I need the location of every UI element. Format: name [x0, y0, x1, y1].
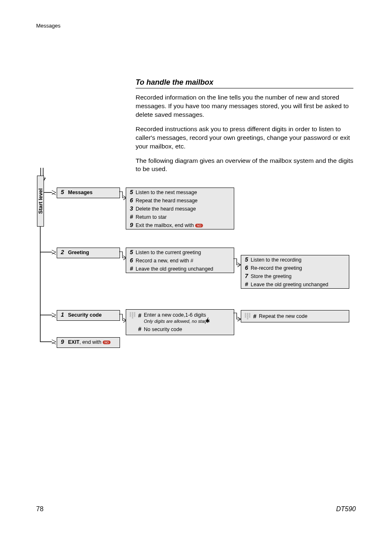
no-pill-icon: NO: [195, 224, 203, 227]
greetsub-opt2-key: 6: [244, 264, 249, 271]
sec-opt2-text: No security code: [143, 327, 182, 332]
security-sub-options: ○○○○○○○○○○ # Repeat the new code: [241, 310, 349, 322]
greetsub-opt4-key: #: [244, 281, 249, 287]
menu-security: 1 Security code: [57, 310, 120, 321]
keypad-icon: ○○○○○○○○○○: [244, 313, 252, 320]
greetsub-opt4-text: Leave the old greeting unchanged: [249, 282, 328, 287]
page-number: 78: [36, 505, 44, 513]
greet-opt1-key: 5: [129, 249, 134, 255]
msg-opt3-key: 3: [129, 205, 134, 212]
secsub-opt1-key: #: [252, 313, 258, 320]
start-level-label: Start level: [37, 176, 44, 227]
menu-greeting: 2 Greeting: [57, 248, 120, 258]
greet-opt3-text: Leave the old greeting unchanged: [134, 266, 213, 272]
msg-opt5-key: 9: [129, 222, 134, 228]
sec-opt1-key: #: [137, 312, 143, 319]
no-pill-icon: NO: [103, 341, 111, 344]
msg-opt2-text: Repeat the heard message: [134, 198, 198, 204]
menu-exit-label: EXIT: [67, 339, 79, 345]
greet-opt3-key: #: [129, 265, 134, 272]
greeting-options: 5Listen to the current greeting 6Record …: [126, 248, 234, 273]
secsub-opt1-text: Repeat the new code: [258, 313, 307, 319]
menu-greeting-key: 2: [60, 249, 65, 255]
greetsub-opt1-text: Listen to the recording: [249, 257, 302, 263]
greetsub-opt3-text: Store the greeting: [249, 273, 291, 279]
menu-exit-key: 9: [60, 338, 65, 345]
menu-security-label: Security code: [67, 312, 101, 318]
greetsub-opt3-key: 7: [244, 273, 249, 279]
sec-opt2-key: #: [137, 326, 143, 332]
greetsub-opt1-key: 5: [244, 256, 249, 263]
greet-opt2-key: 6: [129, 257, 134, 264]
menu-exit-suffix: , end with: [79, 339, 101, 345]
subtitle: To handle the mailbox: [136, 78, 353, 88]
msg-opt4-text: Return to star: [134, 214, 167, 220]
msg-opt4-key: #: [129, 213, 134, 220]
greeting-sub-options: 5Listen to the recording 6Re-record the …: [241, 255, 349, 289]
messages-options: 5Listen to the next message 6Repeat the …: [126, 188, 234, 229]
security-options: ○○○○○○○○○○ # Enter a new code,1-6 digits…: [126, 309, 234, 335]
msg-opt1-text: Listen to the next message: [134, 190, 197, 195]
arrow-greeting-sub: [233, 257, 242, 269]
header-section: Messages: [36, 23, 60, 29]
sec-opt1-sub: Only digits are allowed, no star: [144, 319, 205, 324]
mailbox-diagram: Start level 5 Messages 5Listen to the ne…: [36, 168, 357, 353]
paragraph-2: Recorded instructions ask you to press d…: [136, 125, 353, 151]
greet-opt1-text: Listen to the current greeting: [134, 250, 201, 255]
msg-opt3-text: Delete the heard message: [134, 206, 196, 212]
star-crossed-icon: ✱╱: [205, 318, 210, 324]
paragraph-1: Recorded information on the line tells y…: [136, 93, 353, 119]
msg-opt1-key: 5: [129, 189, 134, 195]
sec-opt1-text: Enter a new code,1-6 digits: [144, 312, 206, 318]
menu-messages: 5 Messages: [57, 188, 120, 198]
menu-security-key: 1: [60, 311, 65, 318]
greet-opt2-text: Record a new, end with #: [134, 258, 193, 264]
arrow-security-sub: [233, 312, 242, 323]
menu-messages-label: Messages: [67, 190, 92, 195]
menu-exit: 9 EXIT, end with NO: [57, 337, 120, 348]
menu-messages-key: 5: [60, 189, 65, 195]
msg-opt2-key: 6: [129, 197, 134, 204]
model-label: DT590: [336, 505, 356, 513]
main-content: To handle the mailbox Recorded informati…: [136, 78, 353, 179]
greetsub-opt2-text: Re-record the greeting: [249, 265, 302, 271]
menu-greeting-label: Greeting: [67, 250, 89, 255]
msg-opt5-text: Exit the mailbox, end with: [134, 222, 194, 228]
keypad-icon: ○○○○○○○○○○: [129, 312, 137, 319]
